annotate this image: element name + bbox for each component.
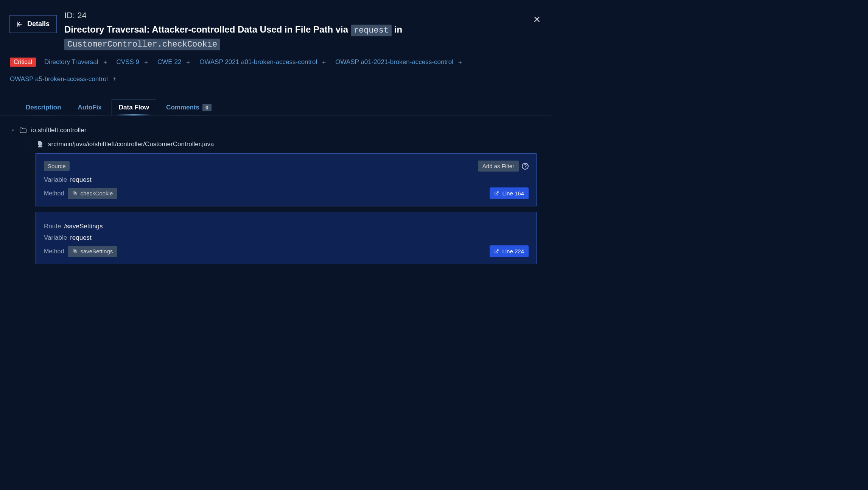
tab-autofix[interactable]: AutoFix: [71, 100, 109, 115]
comments-count-badge: 0: [202, 104, 212, 111]
method-label: Method: [44, 190, 64, 197]
finding-id: ID: 24: [64, 11, 543, 20]
details-back-button[interactable]: Details: [9, 15, 57, 33]
route-row: Route /saveSettings: [44, 223, 529, 230]
package-row[interactable]: io.shiftleft.controller: [11, 126, 547, 134]
plus-icon: ＋: [143, 58, 149, 66]
plus-icon: ＋: [112, 75, 118, 83]
tab-description[interactable]: Description: [19, 100, 68, 115]
package-name: io.shiftleft.controller: [31, 126, 86, 134]
external-link-icon: [494, 249, 499, 254]
close-button[interactable]: [533, 15, 541, 23]
flow-card-step: Route /saveSettings Variable request Met…: [36, 212, 537, 264]
tag-owasp-a01[interactable]: OWASP a01-2021-broken-access-control＋: [335, 58, 463, 66]
code-token-request: request: [351, 25, 392, 36]
method-label: Method: [44, 248, 64, 255]
plus-icon: ＋: [102, 58, 108, 66]
file-code-icon: [36, 140, 44, 148]
tag-cwe[interactable]: CWE 22＋: [157, 58, 191, 66]
folder-icon: [19, 126, 27, 134]
svg-marker-4: [12, 130, 14, 131]
tab-comments[interactable]: Comments 0: [159, 100, 218, 115]
tag-owasp-a5[interactable]: OWASP a5-broken-access-control＋: [10, 75, 118, 83]
code-token-method: CustomerController.checkCookie: [64, 39, 220, 50]
copy-icon: [72, 249, 77, 254]
title-block: ID: 24 Directory Traversal: Attacker-con…: [64, 11, 543, 51]
plus-icon: ＋: [185, 58, 191, 66]
copy-icon: [72, 191, 77, 196]
add-as-filter-button[interactable]: Add as Filter: [478, 161, 519, 172]
file-row[interactable]: src/main/java/io/shiftleft/controller/Cu…: [25, 140, 547, 148]
flow-card-source: Source Add as Filter ? Variable request …: [36, 153, 537, 206]
file-path: src/main/java/io/shiftleft/controller/Cu…: [48, 140, 214, 148]
external-link-icon: [494, 191, 499, 196]
close-icon: [533, 15, 541, 23]
help-icon[interactable]: ?: [522, 163, 529, 170]
line-link-button[interactable]: Line 224: [490, 245, 529, 257]
tag-cvss[interactable]: CVSS 9＋: [117, 58, 149, 66]
severity-badge: Critical: [10, 58, 36, 67]
method-chip[interactable]: saveSettings: [68, 246, 117, 257]
line-link-button[interactable]: Line 164: [490, 187, 529, 199]
tag-directory-traversal[interactable]: Directory Traversal＋: [44, 58, 108, 66]
back-arrow-icon: [17, 21, 23, 28]
finding-title: Directory Traversal: Attacker-controlled…: [64, 23, 543, 51]
source-badge: Source: [44, 161, 70, 171]
details-button-label: Details: [27, 20, 50, 28]
variable-row: Variable request: [44, 234, 529, 242]
chevron-down-icon: [11, 128, 15, 133]
tabs-row: Description AutoFix Data Flow Comments 0: [0, 100, 551, 115]
tags-row: Critical Directory Traversal＋ CVSS 9＋ CW…: [0, 51, 551, 87]
plus-icon: ＋: [457, 58, 463, 66]
plus-icon: ＋: [321, 58, 327, 66]
tab-data-flow[interactable]: Data Flow: [112, 100, 156, 115]
variable-row: Variable request: [44, 176, 529, 184]
method-chip[interactable]: checkCookie: [68, 188, 117, 199]
tag-owasp-2021[interactable]: OWASP 2021 a01-broken-access-control＋: [199, 58, 327, 66]
